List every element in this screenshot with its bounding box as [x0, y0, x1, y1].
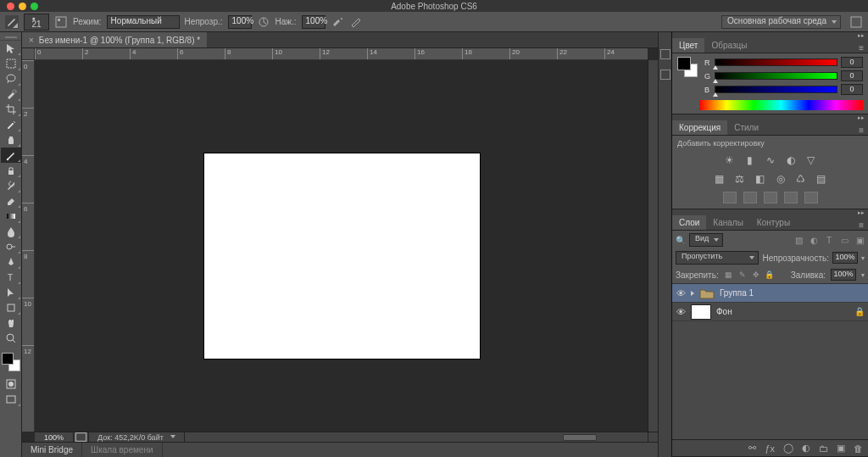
selective-color-icon[interactable] [804, 192, 818, 203]
layer-name[interactable]: Фон [716, 307, 732, 316]
crop-tool[interactable] [1, 102, 21, 117]
marquee-tool[interactable] [1, 56, 21, 71]
brush-panel-toggle-icon[interactable] [54, 15, 68, 29]
close-window-button[interactable] [7, 3, 14, 10]
airbrush-icon[interactable] [331, 15, 344, 29]
clone-stamp-tool[interactable] [1, 163, 21, 178]
pressure-size-icon[interactable] [349, 15, 363, 29]
tab-channels[interactable]: Каналы [706, 215, 750, 230]
canvas-viewport[interactable] [35, 60, 648, 432]
dock-icon-2[interactable] [660, 70, 670, 80]
b-slider[interactable] [715, 86, 837, 93]
dock-icon-1[interactable] [660, 49, 670, 59]
lock-paint-icon[interactable]: ✎ [737, 270, 748, 280]
lock-pixels-icon[interactable]: ▦ [724, 270, 734, 280]
ruler-vertical[interactable]: 024681012 [22, 60, 35, 432]
opacity-input[interactable]: 100% [228, 15, 252, 29]
blend-mode-select-panel[interactable]: Пропустить [676, 251, 759, 265]
blend-mode-select[interactable]: Нормальный [107, 15, 180, 29]
exposure-icon[interactable]: ◐ [784, 154, 798, 166]
layer-thumbnail[interactable] [691, 304, 711, 320]
layers-panel-menu-icon[interactable]: ≡ [854, 220, 868, 230]
spectrum-ramp[interactable] [699, 100, 863, 110]
zoom-window-button[interactable] [31, 3, 38, 10]
tab-paths[interactable]: Контуры [750, 215, 797, 230]
r-value[interactable]: 0 [841, 57, 863, 68]
opacity-dropdown-icon[interactable]: ▾ [861, 254, 865, 262]
search-cloud-icon[interactable] [849, 15, 863, 29]
levels-icon[interactable]: ▮ [743, 154, 757, 166]
tab-styles[interactable]: Стили [727, 120, 765, 135]
layer-opacity-value[interactable]: 100% [832, 252, 858, 264]
panel-foreground-swatch[interactable] [677, 57, 691, 70]
document-tab[interactable]: × Без имени-1 @ 100% (Группа 1, RGB/8) * [22, 32, 207, 47]
artboard[interactable] [204, 153, 480, 359]
filter-image-icon[interactable]: ▧ [793, 235, 804, 245]
mini-bridge-tab[interactable]: Mini Bridge [22, 443, 82, 457]
screen-mode-toggle[interactable] [1, 392, 21, 407]
photo-filter-icon[interactable]: ◎ [774, 173, 787, 185]
zoom-level-input[interactable]: 100% [35, 432, 74, 442]
brightness-icon[interactable]: ☀ [723, 154, 737, 166]
blur-tool[interactable] [1, 224, 21, 239]
color-panel-menu-icon[interactable]: ≡ [854, 43, 868, 53]
posterize-icon[interactable] [743, 192, 757, 203]
path-select-tool[interactable] [1, 285, 21, 300]
lock-all-icon[interactable]: 🔒 [765, 270, 775, 280]
quickmask-toggle[interactable] [1, 376, 21, 392]
filter-search-icon[interactable]: 🔍 [676, 236, 686, 245]
gradient-tool[interactable] [1, 209, 21, 224]
type-tool[interactable]: T [1, 270, 21, 285]
panel-color-swatches[interactable] [677, 57, 698, 77]
pressure-opacity-icon[interactable] [257, 15, 270, 29]
visibility-toggle-icon[interactable]: 👁 [676, 288, 686, 298]
layer-mask-icon[interactable]: ◯ [783, 443, 793, 454]
fill-dropdown-icon[interactable]: ▾ [861, 271, 865, 279]
filter-adjust-icon[interactable]: ◐ [809, 235, 819, 245]
layer-row[interactable]: 👁Фон🔒 [672, 303, 868, 321]
quick-select-tool[interactable] [1, 86, 21, 102]
color-swatches[interactable] [2, 353, 20, 371]
fill-value[interactable]: 100% [831, 269, 856, 281]
channel-mixer-icon[interactable]: ♺ [794, 173, 808, 185]
hue-icon[interactable]: ▦ [713, 173, 726, 185]
foreground-swatch[interactable] [2, 353, 14, 365]
tab-adjustments[interactable]: Коррекция [672, 120, 727, 135]
delete-layer-icon[interactable]: 🗑 [854, 443, 863, 454]
workspace-switcher[interactable]: Основная рабочая среда [721, 15, 841, 29]
timeline-tab[interactable]: Шкала времени [82, 443, 162, 457]
layer-filter-select[interactable]: Вид [689, 233, 723, 247]
document-info[interactable]: Док: 452,2K/0 байт [89, 432, 185, 442]
lasso-tool[interactable] [1, 71, 21, 86]
layer-fx-icon[interactable]: ƒx [765, 443, 775, 454]
dodge-tool[interactable] [1, 239, 21, 254]
tool-preset-picker[interactable] [5, 15, 19, 29]
filter-type-icon[interactable]: T [824, 235, 834, 245]
gradient-map-icon[interactable] [784, 192, 798, 203]
hand-tool[interactable] [1, 315, 21, 331]
pen-tool[interactable] [1, 254, 21, 270]
layer-name[interactable]: Группа 1 [720, 288, 754, 298]
ruler-horizontal[interactable]: 024681012141618202224 [35, 48, 648, 60]
move-tool[interactable] [1, 41, 21, 56]
bw-icon[interactable]: ◧ [754, 173, 767, 185]
eyedropper-tool[interactable] [1, 117, 21, 132]
minimize-window-button[interactable] [19, 3, 26, 10]
healing-brush-tool[interactable] [1, 132, 21, 148]
disclosure-icon[interactable] [691, 291, 694, 296]
scrollbar-vertical[interactable] [648, 60, 658, 432]
new-group-icon[interactable]: 🗀 [819, 443, 828, 454]
shape-tool[interactable] [1, 300, 21, 315]
adjustments-panel-menu-icon[interactable]: ≡ [854, 125, 868, 135]
lock-position-icon[interactable]: ✥ [751, 270, 761, 280]
brush-tool[interactable] [1, 148, 21, 163]
layer-row[interactable]: 👁Группа 1 [672, 284, 868, 303]
g-value[interactable]: 0 [841, 70, 863, 81]
visibility-toggle-icon[interactable]: 👁 [676, 307, 686, 317]
balance-icon[interactable]: ⚖ [733, 173, 747, 185]
lut-icon[interactable]: ▤ [815, 173, 828, 185]
toolbox-handle[interactable] [0, 34, 21, 41]
history-brush-tool[interactable] [1, 178, 21, 193]
zoom-preview-icon[interactable] [74, 432, 89, 442]
close-document-icon[interactable]: × [29, 36, 34, 45]
